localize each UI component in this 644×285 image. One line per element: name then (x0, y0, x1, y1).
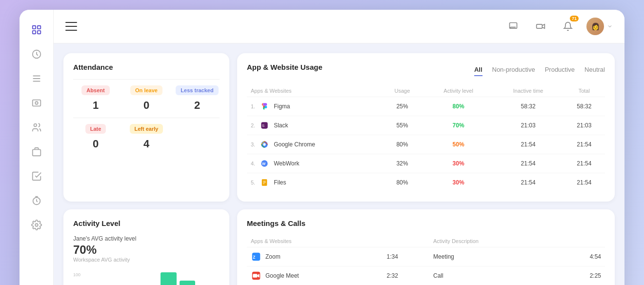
absent-label: Absent (81, 85, 109, 95)
meetings-card: Meetings & Calls Apps & Websites Activit… (237, 209, 615, 285)
attendance-row-2: Late 0 Left early 4 (73, 124, 220, 150)
left-early-value: 4 (124, 138, 169, 150)
workspace-label: Workspace AVG activity (73, 257, 220, 263)
on-leave-value: 0 (124, 99, 169, 112)
main-content: 71 👩 Attendance Absent 1 (54, 10, 624, 285)
avatar-image: 👩 (586, 18, 604, 35)
meeting-desc-cell: Call (429, 266, 558, 285)
activity-title: Activity Level (73, 219, 220, 227)
chart-bar (180, 281, 196, 285)
sidebar-item-people[interactable] (26, 117, 47, 138)
video-icon-button[interactable] (532, 18, 549, 35)
usage-table-row: 1. Figma 25% 80% 58:32 58:32 (247, 97, 605, 116)
header-left (65, 22, 77, 31)
late-label: Late (85, 124, 106, 134)
usage-tabs: All Non-productive Productive Neutral (474, 66, 605, 76)
inactive-cell: 21:54 (493, 154, 564, 173)
header: 71 👩 (54, 10, 624, 43)
activity-cell: 30% (424, 154, 493, 173)
sidebar-item-projects[interactable] (26, 142, 47, 162)
usage-card: App & Website Usage All Non-productive P… (237, 53, 615, 202)
late-value: 0 (73, 138, 118, 150)
svg-text:W: W (262, 162, 266, 166)
total-cell: 21:54 (564, 154, 605, 173)
col-inactive: Inactive time (493, 85, 564, 97)
attendance-absent: Absent 1 (73, 85, 118, 112)
total-cell: 21:54 (564, 173, 605, 192)
chevron-down-icon (607, 23, 613, 29)
tab-all[interactable]: All (474, 66, 483, 76)
sidebar-item-time[interactable] (26, 44, 47, 64)
usage-table: Apps & Websites Usage Activity level Ina… (247, 85, 605, 192)
attendance-placeholder (175, 124, 220, 150)
attendance-late: Late 0 (73, 124, 118, 150)
attendance-card: Attendance Absent 1 On leave 0 Less trac… (63, 53, 229, 202)
inactive-cell: 21:54 (493, 135, 564, 154)
usage-title: App & Website Usage (247, 63, 322, 71)
svg-rect-8 (32, 100, 40, 106)
meeting-app-cell: Google Meet (247, 266, 382, 285)
col-total: Total (564, 85, 605, 97)
meeting-time1-cell: 2:32 (382, 266, 429, 285)
meetings-time2-col (558, 235, 605, 247)
activity-cell: 80% (424, 97, 493, 116)
meeting-app-cell: Z Zoom (247, 247, 382, 266)
usage-table-row: 2. S Slack 55% 70% 21:03 21:03 (247, 116, 605, 135)
usage-cell: 80% (381, 173, 424, 192)
chart-label-100: 100 (73, 272, 80, 277)
attendance-on-leave: On leave 0 (124, 85, 169, 112)
meeting-desc-cell: Meeting (429, 247, 558, 266)
svg-rect-2 (32, 31, 35, 34)
attendance-title: Attendance (73, 63, 220, 71)
sidebar-item-screenshots[interactable] (26, 93, 47, 113)
sidebar-item-tasks[interactable] (26, 166, 47, 186)
activity-info: Jane's AVG activity level 70% Workspace … (73, 235, 220, 263)
activity-card: Activity Level Jane's AVG activity level… (63, 209, 229, 285)
app-name-cell: 5. Files (247, 173, 381, 192)
svg-rect-26 (253, 274, 257, 278)
inactive-cell: 58:32 (493, 97, 564, 116)
chart-area (84, 272, 195, 285)
meeting-time1-cell: 1:34 (382, 247, 429, 266)
avg-label: Jane's AVG activity level (73, 235, 220, 242)
usage-table-row: 5. Files 80% 30% 21:54 21:54 (247, 173, 605, 192)
meetings-col1: Apps & Websites (247, 235, 382, 247)
chart-bar (161, 272, 177, 285)
svg-rect-3 (37, 31, 40, 34)
meetings-table-row: Google Meet 2:32 Call 2:25 (247, 266, 605, 285)
usage-table-row: 3. Google Chrome 80% 50% 21:54 21:54 (247, 135, 605, 154)
svg-point-19 (263, 143, 266, 145)
col-activity: Activity level (424, 85, 493, 97)
meetings-table-row: Z Zoom 1:34 Meeting 4:54 (247, 247, 605, 266)
usage-cell: 80% (381, 135, 424, 154)
tab-productive[interactable]: Productive (545, 66, 575, 76)
total-cell: 21:03 (564, 116, 605, 135)
svg-rect-0 (32, 26, 35, 29)
sidebar-item-list[interactable] (26, 68, 47, 89)
meeting-time2-cell: 4:54 (558, 247, 605, 266)
menu-button[interactable] (65, 22, 77, 31)
avatar-dropdown[interactable]: 👩 (586, 18, 613, 35)
sidebar-item-dashboard[interactable] (26, 20, 47, 40)
meetings-table: Apps & Websites Activity Description Z Z… (247, 235, 605, 285)
activity-cell: 30% (424, 173, 493, 192)
meetings-time-col (382, 235, 429, 247)
app-name-cell: 3. Google Chrome (247, 135, 381, 154)
meetings-col2: Activity Description (429, 235, 558, 247)
sidebar-item-settings[interactable] (26, 215, 47, 235)
svg-point-13 (35, 224, 38, 226)
col-apps: Apps & Websites (247, 85, 381, 97)
tab-neutral[interactable]: Neutral (584, 66, 605, 76)
chat-icon-button[interactable] (504, 18, 522, 35)
svg-rect-15 (537, 24, 543, 28)
col-usage: Usage (381, 85, 424, 97)
activity-cell: 70% (424, 116, 493, 135)
svg-rect-1 (37, 26, 40, 29)
notification-icon-button[interactable]: 71 (559, 18, 577, 35)
inactive-cell: 21:54 (493, 173, 564, 192)
dashboard: Attendance Absent 1 On leave 0 Less trac… (54, 43, 624, 285)
sidebar-item-timer[interactable] (26, 190, 47, 211)
svg-text:S: S (262, 123, 264, 128)
total-cell: 58:32 (564, 97, 605, 116)
tab-non-productive[interactable]: Non-productive (492, 66, 535, 76)
